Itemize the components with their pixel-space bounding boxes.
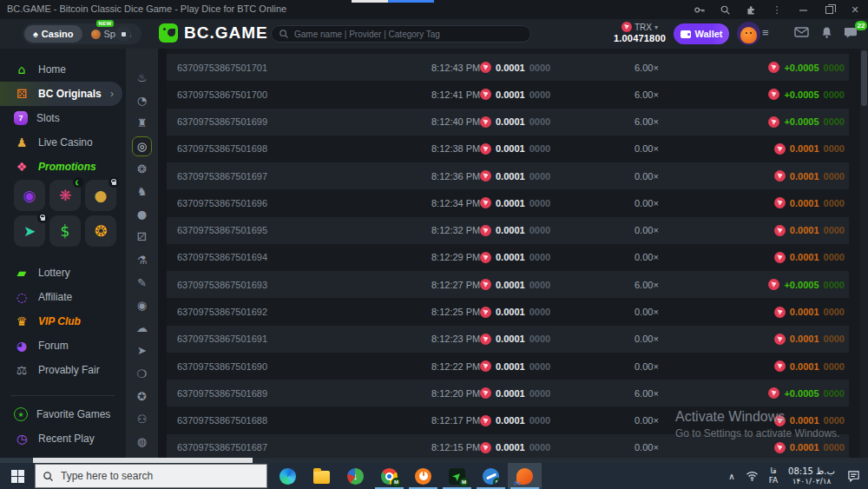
sidebar-item-recent-play[interactable]: ◷Recent Play [0, 426, 126, 451]
tile-darts[interactable]: ◉ [14, 180, 45, 211]
rail-game-crash-icon[interactable]: ♨ [132, 68, 152, 88]
tile-wheel[interactable]: ❋ [49, 180, 81, 211]
windows-taskbar: ↓M➤MM✂ ∧ فا FA 08:15 ب.ظ ۱۴۰۱/۰۲/۱۸ [0, 463, 868, 489]
wifi-icon[interactable] [741, 471, 762, 481]
tab-sports[interactable]: Sports NEW [82, 25, 141, 43]
wallet-button[interactable]: Wallet [674, 23, 729, 44]
bet-row[interactable]: 637097538675016948:12:29 PM0.000100000.0… [167, 244, 849, 271]
bet-row[interactable]: 637097538675016978:12:36 PM0.000100000.0… [167, 162, 849, 189]
extensions-icon[interactable] [738, 0, 764, 19]
bet-row[interactable]: 637097538675016998:12:40 PM0.000100006.0… [167, 109, 849, 135]
taskbar-app-file-explorer[interactable] [305, 463, 339, 489]
user-avatar[interactable] [737, 22, 760, 45]
sidebar: ⌂Home⚄BC Originals›7Slots♟Live Casino❖Pr… [0, 49, 126, 463]
tray-chevron-up-icon[interactable]: ∧ [722, 472, 741, 481]
rail-game-rocket-icon[interactable]: ➤ [132, 340, 152, 360]
rail-game-potion-icon[interactable]: ⚗ [132, 250, 152, 270]
taskbar-app-blue-m-app[interactable]: M [474, 463, 508, 489]
sidebar-collapse-button[interactable] [115, 26, 131, 42]
sidebar-item-live-casino[interactable]: ♟Live Casino [0, 130, 126, 155]
trx-icon [480, 252, 491, 263]
bet-row[interactable]: 637097538675016898:12:20 PM0.000100006.0… [167, 380, 849, 406]
rail-game-badge-icon[interactable]: ✪ [132, 387, 152, 406]
sidebar-item-favorite-games[interactable]: ★Favorite Games [0, 402, 126, 426]
rail-game-dice-icon[interactable]: ⚂ [132, 227, 152, 247]
sidebar-item-slots[interactable]: 7Slots [0, 106, 126, 130]
bet-row[interactable]: 637097538675016928:12:25 PM0.000100000.0… [167, 298, 849, 325]
vertical-scrollbar[interactable] [860, 49, 868, 458]
bet-id: 63709753867501699 [177, 109, 267, 135]
tile-piggy[interactable]: ● [85, 180, 116, 211]
password-key-icon[interactable] [686, 0, 712, 19]
bet-multiplier: 0.00× [635, 162, 659, 189]
vertical-scrollbar-thumb[interactable] [861, 50, 867, 106]
bet-row[interactable]: 637097538675017008:12:41 PM0.000100006.0… [167, 81, 849, 108]
tab-casino[interactable]: ♠ Casino [24, 25, 82, 43]
start-button[interactable] [0, 463, 35, 489]
trx-icon [480, 62, 491, 73]
bet-row[interactable]: 637097538675016938:12:27 PM0.000100006.0… [167, 271, 849, 298]
tile-dollar-tag[interactable]: $ [49, 215, 81, 247]
currency-selector[interactable]: TRX ▾ 1.00471800 [613, 22, 667, 43]
trx-icon [768, 116, 779, 128]
tile-coins[interactable]: ❂ [85, 215, 116, 247]
new-badge: NEW [96, 20, 115, 27]
rail-game-plinko-icon[interactable]: ♜ [132, 113, 152, 133]
window-title: BC.GAME - Bitcoin Classic Dice Game - Pl… [7, 3, 286, 14]
sidebar-item-forum[interactable]: ◕Forum [0, 334, 126, 358]
lock-badge-icon [108, 177, 119, 188]
sidebar-item-home[interactable]: ⌂Home [0, 57, 126, 82]
browser-menu-icon[interactable]: ⋮ [764, 0, 790, 19]
rail-game-ufo-icon[interactable]: ◉ [132, 295, 152, 315]
bet-row[interactable]: 637097538675017018:12:43 PM0.000100006.0… [167, 54, 849, 81]
bet-time: 8:12:25 PM [431, 298, 480, 325]
bet-row[interactable]: 637097538675016888:12:17 PM0.000100000.0… [167, 406, 849, 433]
taskbar-search-box[interactable] [35, 464, 267, 488]
page-search-icon[interactable] [712, 0, 738, 19]
close-button[interactable]: ✕ [842, 0, 868, 19]
bet-row[interactable]: 637097538675016918:12:23 PM0.000100000.0… [167, 326, 849, 353]
bet-row[interactable]: 637097538675016988:12:38 PM0.000100000.0… [167, 135, 849, 162]
mail-icon[interactable] [794, 26, 809, 42]
bcgame-logo[interactable]: BC.GAME [159, 23, 268, 43]
taskbar-app-edge[interactable] [271, 463, 305, 489]
maximize-button[interactable] [816, 0, 842, 19]
language-indicator[interactable]: فا FA [762, 466, 785, 486]
taskbar-app-active-app[interactable]: ✂ [508, 463, 542, 489]
site-header: ♠ Casino Sports NEW BC.GAME TRX ▾ 1.004 [0, 19, 868, 49]
game-search-bar[interactable] [271, 25, 531, 43]
rail-game-coinflip-icon[interactable]: ❂ [132, 159, 152, 179]
rail-game-twist-icon[interactable]: ◔ [132, 90, 152, 110]
sidebar-item-bc-originals[interactable]: ⚄BC Originals› [0, 82, 122, 106]
minimize-button[interactable] [790, 0, 816, 19]
bet-amount: 0.00010000 [480, 54, 550, 81]
taskbar-clock[interactable]: 08:15 ب.ظ ۱۴۰۱/۰۲/۱۸ [785, 466, 838, 487]
game-search-input[interactable] [294, 30, 523, 39]
sidebar-item-lottery[interactable]: ▰Lottery [0, 261, 126, 285]
rail-game-rings-icon[interactable]: ❍ [132, 364, 152, 384]
sidebar-item-vip-club[interactable]: ♛VIP Club [0, 309, 126, 334]
action-center-icon[interactable] [838, 470, 868, 482]
sidebar-item-provably-fair[interactable]: ⚖Provably Fair [0, 358, 126, 382]
rail-game-coin-icon[interactable]: ◍ [132, 432, 152, 452]
taskbar-search-input[interactable] [61, 470, 260, 482]
bet-row[interactable]: 637097538675016908:12:22 PM0.000100000.0… [167, 353, 849, 380]
taskbar-app-idm[interactable]: ↓ [339, 463, 372, 489]
taskbar-app-openvpn[interactable] [406, 463, 440, 489]
tile-rocket[interactable]: ➤ [14, 215, 45, 247]
rail-game-classic-dice-icon[interactable]: ◎ [132, 136, 152, 156]
sidebar-item-affiliate[interactable]: ◌Affiliate [0, 285, 126, 309]
taskbar-app-green-m-app[interactable]: ➤M [440, 463, 474, 489]
bet-row[interactable]: 637097538675016958:12:32 PM0.000100000.0… [167, 217, 849, 244]
rail-game-wand-icon[interactable]: ✎ [132, 273, 152, 293]
m-badge: M [459, 478, 469, 487]
profile-menu-icon[interactable]: ≡ [762, 27, 769, 38]
taskbar-app-chrome[interactable]: M [372, 463, 406, 489]
bet-row[interactable]: 637097538675016968:12:34 PM0.000100000.0… [167, 189, 849, 216]
rail-game-ball-icon[interactable]: ● [132, 204, 152, 224]
rail-game-robot-icon[interactable]: ⚇ [132, 409, 152, 429]
rail-game-hilo-icon[interactable]: ♞ [132, 182, 152, 202]
sidebar-item-promotions[interactable]: ❖Promotions [0, 155, 126, 179]
notifications-bell-icon[interactable] [820, 26, 833, 43]
rail-game-cloud-icon[interactable]: ☁ [132, 318, 152, 338]
